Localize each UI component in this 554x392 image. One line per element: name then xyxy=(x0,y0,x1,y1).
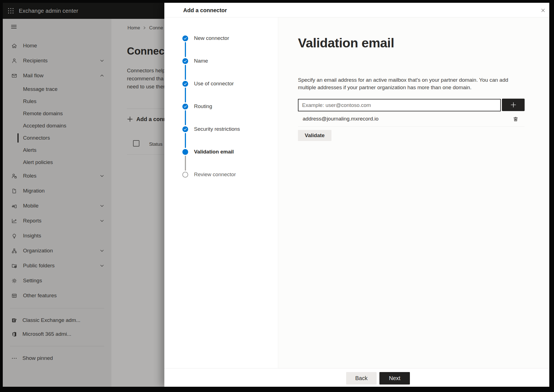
sidebar-item-connectors[interactable]: Connectors xyxy=(3,132,111,144)
connectors-page-background: Home Conne Connec Connectors help recomm… xyxy=(111,19,164,387)
sidebar-link-label: Microsoft 365 admi... xyxy=(22,331,71,337)
sidebar-item-label: Remote domains xyxy=(23,111,63,117)
wizard-step-review-connector[interactable]: Review connector xyxy=(164,163,278,186)
collapse-nav-button[interactable] xyxy=(8,21,20,32)
person-icon xyxy=(11,58,17,64)
sidebar-item-label: Mobile xyxy=(23,203,39,209)
sidebar-show-pinned[interactable]: Show pinned xyxy=(3,351,111,365)
next-button[interactable]: Next xyxy=(379,372,410,385)
wizard-step-security-restrictions[interactable]: Security restrictions xyxy=(164,118,278,140)
step-complete-icon xyxy=(182,58,188,64)
wizard-step-routing[interactable]: Routing xyxy=(164,95,278,118)
mail-icon xyxy=(11,73,17,79)
left-navigation: Home Recipients Mail flow Message trace … xyxy=(3,19,111,387)
sidebar-item-reports[interactable]: Reports xyxy=(3,213,111,228)
add-connector-dialog: Add a connector New connector Name Use o… xyxy=(164,3,549,387)
sidebar-item-label: Message trace xyxy=(23,86,58,92)
step-current-icon xyxy=(182,149,188,155)
lightbulb-icon xyxy=(11,233,17,239)
chevron-down-icon xyxy=(99,218,105,224)
mobile-icon xyxy=(11,203,17,209)
sidebar-item-label: Organization xyxy=(23,248,53,254)
chevron-up-icon xyxy=(99,73,105,78)
step-upcoming-icon xyxy=(182,172,188,178)
wizard-step-new-connector[interactable]: New connector xyxy=(164,27,278,50)
sidebar-item-label: Other features xyxy=(23,293,57,299)
step-description: Specify an email address for an active m… xyxy=(298,76,511,91)
wizard-steps-panel: New connector Name Use of connector Rout… xyxy=(164,17,278,368)
sidebar-item-label: Reports xyxy=(23,218,42,224)
page-intro-text: Connectors help recommend tha need to us… xyxy=(127,66,164,91)
sidebar-link-classic-exchange[interactable]: Classic Exchange adm... xyxy=(3,313,111,327)
org-chart-icon xyxy=(11,248,17,254)
wizard-step-validation-email[interactable]: Validation email xyxy=(164,140,278,163)
added-address-row: address@journaling.mxrecord.io xyxy=(298,111,525,127)
add-connector-label: Add a conn xyxy=(136,116,164,122)
sidebar-item-label: Migration xyxy=(23,188,45,194)
step-complete-icon xyxy=(182,126,188,132)
sidebar-divider xyxy=(10,308,104,308)
migration-icon xyxy=(11,188,17,194)
status-column-header: Status xyxy=(149,142,162,147)
plus-icon xyxy=(510,102,517,108)
sidebar-item-label: Public folders xyxy=(23,263,55,269)
back-button[interactable]: Back xyxy=(346,372,377,385)
dialog-header: Add a connector xyxy=(164,3,549,17)
validate-button[interactable]: Validate xyxy=(298,130,331,141)
sidebar-item-label: Home xyxy=(23,43,37,49)
close-button[interactable] xyxy=(539,6,547,14)
app-launcher-button[interactable] xyxy=(3,3,19,19)
sidebar-item-public-folders[interactable]: Public folders xyxy=(3,258,111,273)
reports-icon xyxy=(11,218,17,224)
sidebar-item-organization[interactable]: Organization xyxy=(3,243,111,258)
dialog-title: Add a connector xyxy=(183,7,227,14)
sidebar-item-recipients[interactable]: Recipients xyxy=(3,53,111,68)
sidebar-item-other-features[interactable]: Other features xyxy=(3,288,111,303)
hamburger-icon xyxy=(11,23,17,30)
sidebar-item-label: Settings xyxy=(23,278,42,284)
step-label: New connector xyxy=(194,35,229,41)
select-all-checkbox[interactable] xyxy=(133,140,139,147)
folder-globe-icon xyxy=(11,263,17,269)
delete-address-button[interactable] xyxy=(511,115,520,123)
sidebar-item-remote-domains[interactable]: Remote domains xyxy=(3,107,111,120)
screenshot-frame: Exchange admin center Home Recipients xyxy=(0,0,554,392)
sidebar-item-alerts[interactable]: Alerts xyxy=(3,144,111,156)
step-label: Use of connector xyxy=(194,81,234,87)
chevron-down-icon xyxy=(99,173,105,179)
sidebar-item-label: Accepted domains xyxy=(23,123,66,129)
sidebar-link-microsoft-365[interactable]: Microsoft 365 admi... xyxy=(3,327,111,341)
step-label: Security restrictions xyxy=(194,126,240,132)
dialog-footer: Back Next xyxy=(164,368,549,387)
wizard-step-use-of-connector[interactable]: Use of connector xyxy=(164,72,278,95)
sidebar-item-label: Mail flow xyxy=(23,73,44,79)
sidebar-item-roles[interactable]: Roles xyxy=(3,168,111,183)
sidebar-item-settings[interactable]: Settings xyxy=(3,273,111,288)
sidebar-item-label: Insights xyxy=(23,233,41,239)
sidebar-divider xyxy=(10,346,104,346)
sidebar-item-mail-flow[interactable]: Mail flow xyxy=(3,68,111,83)
sidebar-item-message-trace[interactable]: Message trace xyxy=(3,83,111,95)
add-connector-button[interactable]: Add a conn xyxy=(127,113,164,125)
table-header-divider xyxy=(127,154,164,155)
breadcrumb-chevron-icon xyxy=(143,25,146,31)
sidebar-item-alert-policies[interactable]: Alert policies xyxy=(3,156,111,168)
wizard-step-name[interactable]: Name xyxy=(164,50,278,72)
waffle-icon xyxy=(7,7,14,14)
step-complete-icon xyxy=(182,104,188,109)
sidebar-item-home[interactable]: Home xyxy=(3,38,111,53)
step-label: Name xyxy=(194,58,208,64)
validation-email-input[interactable] xyxy=(298,99,501,111)
sidebar-item-accepted-domains[interactable]: Accepted domains xyxy=(3,120,111,132)
intro-line: recommend tha xyxy=(127,75,164,83)
close-icon xyxy=(541,8,545,13)
sidebar-item-migration[interactable]: Migration xyxy=(3,183,111,198)
sidebar-item-label: Alert policies xyxy=(23,159,53,165)
chevron-down-icon xyxy=(99,248,105,253)
sidebar-item-insights[interactable]: Insights xyxy=(3,228,111,243)
add-email-button[interactable] xyxy=(502,99,525,111)
sidebar-item-label: Connectors xyxy=(23,135,50,141)
sidebar-item-rules[interactable]: Rules xyxy=(3,95,111,107)
breadcrumb-home-link[interactable]: Home xyxy=(127,25,140,31)
sidebar-item-mobile[interactable]: Mobile xyxy=(3,198,111,213)
